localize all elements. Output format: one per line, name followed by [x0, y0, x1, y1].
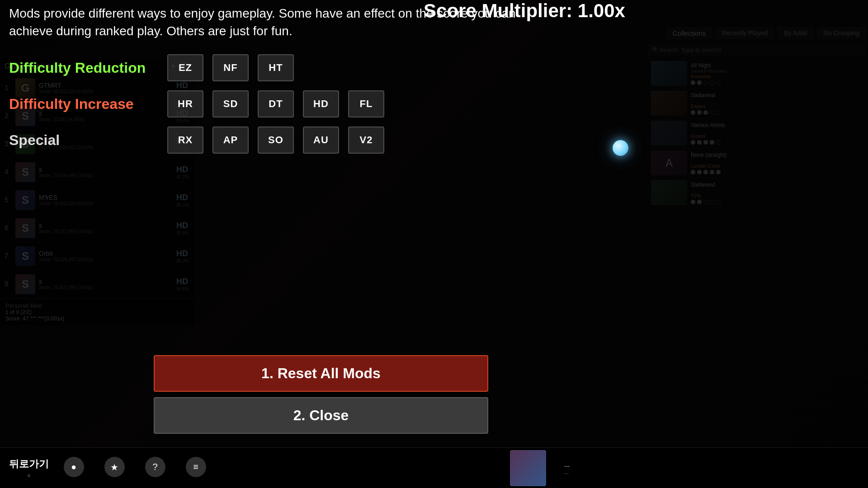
difficulty-reduction-label: Difficulty Reduction — [9, 60, 154, 76]
star-icon: ★ — [104, 457, 125, 477]
action-buttons: 1. Reset All Mods 2. Close — [154, 355, 488, 434]
difficulty-increase-label: Difficulty Increase — [9, 96, 154, 113]
bottom-toolbar: 뒤로가기 < ● ★ ? ≡ ... ... — [0, 447, 868, 488]
mod-button-nf[interactable]: NF — [212, 54, 249, 81]
difficulty-increase-section: Difficulty Increase HR SD DT HD FL — [9, 90, 393, 117]
toolbar-button-favorites[interactable]: ★ — [99, 457, 130, 479]
close-button[interactable]: 2. Close — [154, 397, 488, 434]
menu-icon: ≡ — [186, 457, 206, 477]
difficulty-reduction-section: Difficulty Reduction EZ NF HT — [9, 54, 393, 81]
now-playing-title: ... — [564, 460, 570, 468]
back-button[interactable]: 뒤로가기 < — [9, 457, 49, 479]
glow-sphere-decoration — [613, 140, 628, 156]
mod-button-ht[interactable]: HT — [258, 54, 294, 81]
special-buttons: RX AP SO AU V2 — [167, 127, 384, 154]
mod-button-hr[interactable]: HR — [167, 90, 203, 117]
mod-button-sd[interactable]: SD — [212, 90, 249, 117]
mod-button-rx[interactable]: RX — [167, 127, 203, 154]
mod-button-v2[interactable]: V2 — [348, 127, 384, 154]
mod-button-fl[interactable]: FL — [348, 90, 384, 117]
description-text: Mods provide different ways to enjoy gam… — [9, 5, 859, 40]
toolbar-button-profile[interactable]: ● — [58, 457, 90, 479]
mod-button-ez[interactable]: EZ — [167, 54, 203, 81]
toolbar-button-menu[interactable]: ≡ — [180, 457, 212, 479]
reset-all-mods-button[interactable]: 1. Reset All Mods — [154, 355, 488, 392]
profile-icon: ● — [64, 457, 84, 477]
mod-button-dt[interactable]: DT — [258, 90, 294, 117]
now-playing-artist: ... — [564, 469, 570, 475]
album-art-thumbnail[interactable] — [510, 450, 546, 486]
toolbar-button-help[interactable]: ? — [139, 457, 171, 479]
special-label: Special — [9, 132, 154, 149]
mod-button-ap[interactable]: AP — [212, 127, 249, 154]
help-icon: ? — [145, 457, 165, 477]
mod-button-au[interactable]: AU — [303, 127, 339, 154]
special-section: Special RX AP SO AU V2 — [9, 127, 393, 154]
difficulty-increase-buttons: HR SD DT HD FL — [167, 90, 384, 117]
mod-panel: Difficulty Reduction EZ NF HT Difficulty… — [9, 54, 393, 163]
mod-button-hd[interactable]: HD — [303, 90, 339, 117]
difficulty-reduction-buttons: EZ NF HT — [167, 54, 294, 81]
mod-button-so[interactable]: SO — [258, 127, 294, 154]
mod-overlay: Mods provide different ways to enjoy gam… — [0, 0, 868, 488]
now-playing-info: ... ... — [564, 460, 570, 475]
